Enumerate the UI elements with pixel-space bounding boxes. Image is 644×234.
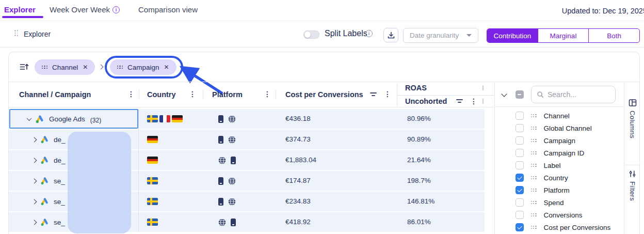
breadcrumb-chip-campaign[interactable]: Campaign ✕ — [110, 59, 176, 75]
drag-handle-icon[interactable] — [531, 189, 537, 192]
checkbox[interactable] — [516, 161, 524, 169]
header-platform[interactable]: Platform — [212, 90, 243, 99]
drag-handle-icon[interactable] — [531, 151, 537, 154]
resize-handle[interactable] — [482, 99, 484, 104]
drag-handle-icon[interactable] — [531, 226, 537, 229]
chevron-right-icon — [99, 65, 104, 70]
drag-handle-icon[interactable] — [531, 139, 537, 142]
drag-handle-icon[interactable] — [531, 127, 537, 130]
drag-handle-icon[interactable] — [117, 66, 123, 69]
drag-handle-icon[interactable] — [531, 201, 537, 204]
column-item-cost-per-conversions[interactable]: Cost per Conversions — [495, 221, 624, 233]
drag-handle-icon[interactable] — [531, 176, 537, 179]
mobile-icon — [218, 136, 223, 144]
kebab-menu-icon[interactable]: ⋮ — [264, 90, 271, 98]
chevron-down-icon[interactable] — [27, 116, 32, 121]
divider — [276, 90, 276, 99]
row-count: (32) — [90, 117, 101, 124]
checkbox[interactable] — [516, 186, 524, 194]
date-granularity-select[interactable]: Date granularity — [403, 28, 478, 43]
select-all-checkbox-indeterminate[interactable] — [516, 90, 524, 99]
header-roas-group[interactable]: ROAS — [405, 84, 427, 92]
drag-handle-icon[interactable] — [531, 164, 537, 167]
chevron-right-icon[interactable] — [32, 199, 37, 204]
chevron-right-icon[interactable] — [32, 178, 37, 183]
row-name: se_ — [54, 177, 65, 185]
filter-icon[interactable] — [456, 99, 463, 105]
header-channel-campaign[interactable]: Channel / Campaign — [19, 90, 91, 99]
checkbox[interactable] — [516, 198, 524, 207]
cpc-value: €174.87 — [285, 171, 311, 191]
tab-explorer[interactable]: Explorer — [4, 5, 36, 14]
checkbox[interactable] — [516, 124, 524, 132]
tab-week-over-week[interactable]: Week Over Weeki — [50, 5, 120, 14]
close-icon[interactable]: ✕ — [83, 64, 88, 70]
header-roas-uncohorted[interactable]: Uncohorted — [405, 97, 447, 105]
roas-value: 21.64% — [407, 150, 431, 170]
flag-germany — [147, 136, 158, 143]
checkbox[interactable] — [516, 149, 524, 157]
expand-rows-icon[interactable] — [19, 62, 29, 72]
roas-value: 146.81% — [407, 192, 434, 211]
columns-list: Channel Global Channel Campaign Campaign… — [495, 110, 624, 233]
breadcrumb-chip-channel[interactable]: Channel ✕ — [35, 59, 95, 75]
filter-icon[interactable] — [369, 92, 377, 98]
drag-handle-icon[interactable] — [531, 213, 537, 216]
checkbox[interactable] — [516, 223, 524, 231]
mobile-icon — [218, 115, 223, 123]
checkbox[interactable] — [516, 211, 524, 219]
column-item-spend[interactable]: Spend — [495, 196, 624, 209]
web-icon — [228, 198, 236, 206]
header-cost-per-conversions[interactable]: Cost per Conversions — [285, 90, 363, 99]
column-item-conversions[interactable]: Conversions — [495, 209, 624, 221]
column-item-channel[interactable]: Channel — [495, 110, 624, 122]
kebab-menu-icon[interactable]: ⋮ — [189, 90, 196, 98]
resize-handle[interactable] — [482, 85, 484, 90]
mode-contribution[interactable]: Contribution — [487, 29, 538, 42]
divider — [397, 95, 494, 96]
checkbox[interactable] — [516, 136, 524, 145]
kebab-menu-icon[interactable]: ⋮ — [470, 97, 477, 105]
mode-both[interactable]: Both — [588, 29, 639, 42]
drag-handle-icon[interactable] — [42, 66, 47, 69]
column-item-global-channel[interactable]: Global Channel — [495, 122, 624, 134]
header-country[interactable]: Country — [147, 90, 176, 99]
kebab-menu-icon[interactable]: ⋮ — [384, 90, 391, 98]
column-item-label[interactable]: Label — [495, 159, 624, 171]
checkbox[interactable] — [516, 112, 524, 120]
toolbar: Explorer Split Labels i Date granularity… — [0, 22, 644, 48]
tab-comparison-view[interactable]: Comparison view — [138, 5, 198, 14]
drag-handle-icon[interactable] — [531, 114, 537, 117]
chevron-right-icon[interactable] — [32, 137, 37, 142]
kebab-menu-icon[interactable]: ⋮ — [127, 90, 135, 98]
close-icon[interactable]: ✕ — [164, 64, 169, 70]
drag-handle-icon[interactable] — [14, 30, 18, 36]
chevron-right-icon[interactable] — [32, 220, 37, 225]
checkbox[interactable] — [516, 174, 524, 182]
download-icon — [387, 31, 395, 39]
info-icon[interactable]: i — [365, 30, 373, 37]
side-tab-columns[interactable]: Columns — [624, 99, 640, 138]
filters-icon — [629, 170, 636, 178]
row-name: de_ — [54, 157, 66, 164]
chevron-down-icon[interactable] — [501, 91, 507, 97]
column-item-country[interactable]: Country — [495, 171, 624, 184]
flag-sweden — [147, 177, 158, 184]
info-icon[interactable]: i — [112, 6, 120, 13]
column-item-platform[interactable]: Platform — [495, 184, 624, 196]
table-row-google-ads[interactable]: Google Ads (32) €436.18 80.96% — [9, 109, 485, 129]
divider — [139, 90, 139, 99]
columns-search[interactable] — [531, 86, 616, 103]
chevron-right-icon[interactable] — [32, 158, 37, 163]
download-button[interactable] — [383, 28, 398, 42]
side-tab-filters[interactable]: Filters — [624, 170, 640, 201]
search-input[interactable] — [548, 90, 604, 99]
column-divider — [138, 109, 139, 232]
cpc-value: €374.73 — [285, 130, 311, 149]
split-labels-label: Split Labels — [325, 29, 367, 38]
split-labels-toggle[interactable] — [303, 30, 319, 39]
column-item-campaign-id[interactable]: Campaign ID — [495, 147, 624, 159]
web-icon — [228, 115, 236, 123]
mode-marginal[interactable]: Marginal — [538, 29, 589, 42]
column-item-campaign[interactable]: Campaign — [495, 134, 624, 147]
